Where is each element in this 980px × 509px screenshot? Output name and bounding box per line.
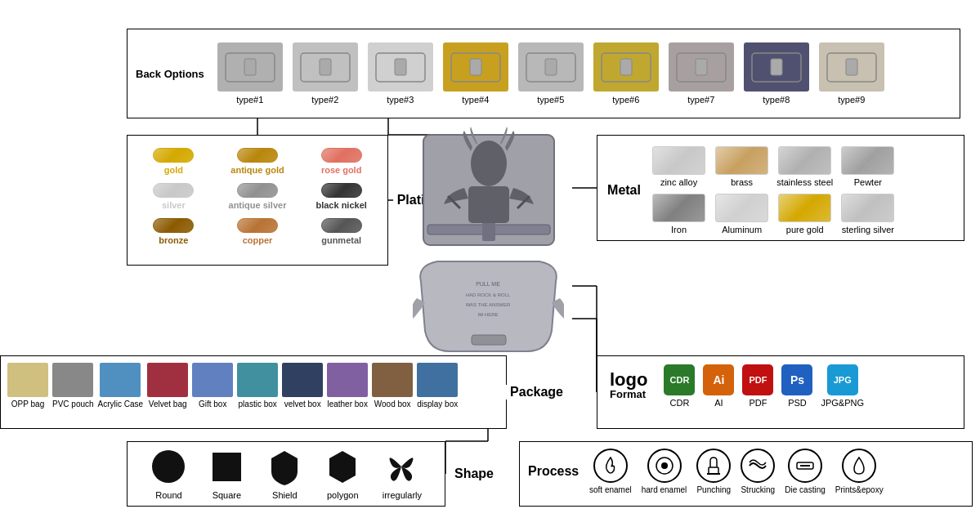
metal-box: Metal zinc alloybrassstainless steelPewt… — [597, 135, 964, 241]
package-item: Wood box — [372, 363, 413, 409]
logo-format-item: JPGJPG&PNG — [821, 364, 864, 408]
plating-item: antique gold — [220, 148, 296, 175]
shape-box: RoundSquareShieldpolygonirregularly Shap… — [127, 441, 445, 507]
shape-item: Round — [150, 449, 187, 500]
logo-format-item: AiAI — [703, 364, 734, 408]
svg-rect-23 — [395, 59, 406, 75]
svg-text:WAS THE ANSWER: WAS THE ANSWER — [466, 302, 511, 307]
process-icon-circle-dot — [647, 449, 682, 483]
logo-format-item: PsPSD — [781, 364, 812, 408]
back-options-box: Back Options type#1 type#2 type#3 type#4… — [127, 29, 960, 118]
process-icon-wave — [741, 449, 775, 483]
svg-rect-40 — [468, 186, 509, 223]
back-type-item: type#6 — [593, 42, 659, 105]
back-type-item: type#7 — [669, 42, 734, 105]
format-icon: Ai — [703, 364, 734, 395]
shape-label: Shape — [450, 467, 498, 481]
shield-shape — [266, 449, 303, 487]
back-type-item: type#2 — [293, 42, 358, 105]
package-label: Package — [506, 385, 567, 400]
plating-item: bronze — [136, 218, 212, 245]
butterfly-shape — [383, 449, 420, 487]
process-box: Process soft enamelhard enamelPunchingSt… — [519, 441, 973, 507]
package-item: plastic box — [237, 363, 278, 409]
svg-rect-19 — [244, 59, 256, 75]
svg-point-50 — [661, 462, 668, 469]
format-icon: JPG — [827, 364, 858, 395]
shape-item: polygon — [324, 449, 361, 500]
plating-item: black nickel — [303, 183, 379, 210]
format-icon: CDR — [664, 364, 695, 395]
process-item: Die casting — [785, 449, 825, 494]
process-icon-drop — [842, 449, 876, 483]
metal-item: Pewter — [839, 146, 896, 187]
process-label: Process — [528, 464, 581, 479]
logo-format-item: CDRCDR — [664, 364, 695, 408]
format-icon: PDF — [742, 364, 773, 395]
process-item: Punching — [696, 449, 731, 494]
package-item: Velvet bag — [147, 363, 188, 409]
process-icon-minus-bar — [788, 449, 822, 483]
svg-text:PULL ME: PULL ME — [476, 281, 500, 287]
metal-label: Metal — [602, 183, 647, 198]
process-item: Prints&epoxy — [835, 449, 884, 494]
buckle-main: PULL ME HAD ROCK & ROLL WAS THE ANSWER I… — [401, 127, 576, 372]
package-item: velvet box — [282, 363, 323, 409]
plating-item: antique silver — [220, 183, 296, 210]
back-type-item: type#1 — [217, 42, 283, 105]
package-item: Acrylic Case — [98, 363, 144, 409]
package-item: display box — [417, 363, 458, 409]
metal-item: zinc alloy — [651, 146, 707, 187]
package-box: OPP bagPVC pouchAcrylic CaseVelvet bagGi… — [0, 355, 507, 429]
svg-rect-51 — [709, 467, 718, 474]
logo-format-label: Format — [610, 389, 647, 400]
buckle-bottom-svg: PULL ME HAD ROCK & ROLL WAS THE ANSWER I… — [413, 257, 564, 355]
back-type-item: type#5 — [518, 42, 584, 105]
svg-rect-31 — [696, 59, 707, 75]
logo-format-box: logo Format CDRCDRAiAIPDFPDFPsPSDJPGJPG&… — [597, 355, 964, 429]
svg-marker-48 — [329, 451, 356, 483]
process-item: Strucking — [741, 449, 775, 494]
diagram-container: Back Options type#1 type#2 type#3 type#4… — [0, 0, 980, 509]
shape-item: irregularly — [383, 449, 422, 500]
svg-rect-45 — [472, 335, 506, 345]
svg-point-46 — [152, 450, 185, 483]
plating-item: gunmetal — [303, 218, 379, 245]
back-type-item: type#4 — [443, 42, 508, 105]
back-type-item: type#9 — [819, 42, 884, 105]
back-options-label: Back Options — [128, 68, 213, 80]
svg-rect-29 — [620, 59, 632, 75]
buckle-top-svg — [415, 127, 562, 253]
shape-item: Shield — [266, 449, 303, 500]
process-item: soft enamel — [589, 449, 632, 494]
process-icon-flame — [593, 449, 628, 483]
svg-rect-38 — [482, 221, 495, 241]
plating-item: silver — [136, 183, 212, 210]
package-item: OPP bag — [7, 363, 48, 409]
logo-title: logo — [610, 371, 647, 389]
back-type-item: type#3 — [368, 42, 433, 105]
metal-item: sterling silver — [839, 194, 896, 234]
svg-rect-35 — [846, 59, 857, 75]
plating-box: goldantique goldrose goldsilverantique s… — [127, 135, 388, 266]
circle-shape — [150, 449, 187, 487]
metal-item: stainless steel — [776, 146, 833, 187]
svg-text:HAD ROCK & ROLL: HAD ROCK & ROLL — [466, 292, 511, 297]
svg-text:IM HERE: IM HERE — [477, 312, 498, 317]
plating-item: rose gold — [303, 148, 379, 175]
metal-item: Iron — [651, 194, 707, 234]
metal-item: pure gold — [776, 194, 833, 234]
back-type-item: type#8 — [744, 42, 809, 105]
svg-rect-27 — [545, 59, 557, 75]
plating-item: gold — [136, 148, 212, 175]
svg-point-39 — [471, 141, 507, 186]
svg-rect-47 — [213, 453, 241, 481]
metal-item: brass — [714, 146, 770, 187]
square-shape — [208, 449, 245, 487]
process-item: hard enamel — [642, 449, 687, 494]
process-icon-stamp — [696, 449, 731, 483]
shape-item: Square — [208, 449, 245, 500]
svg-rect-25 — [470, 59, 481, 75]
plating-item: copper — [220, 218, 296, 245]
metal-item: Aluminum — [714, 194, 770, 234]
